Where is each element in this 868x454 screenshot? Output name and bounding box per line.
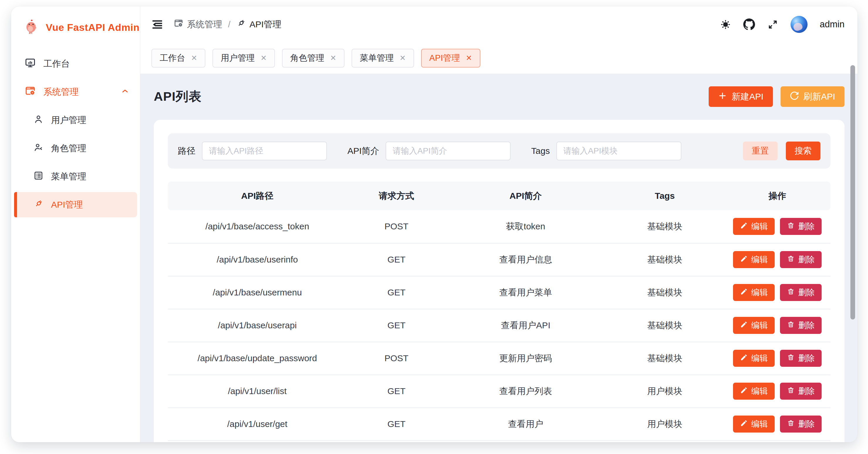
sidebar-item-roles[interactable]: 角色管理: [14, 136, 137, 161]
header-actions: admin: [720, 16, 844, 33]
tab-label: 菜单管理: [360, 52, 394, 64]
breadcrumb-item-system[interactable]: 系统管理: [174, 19, 222, 31]
delete-label: 删除: [798, 353, 815, 364]
delete-button[interactable]: 删除: [780, 350, 822, 367]
trash-icon: [787, 255, 795, 264]
pencil-icon: [740, 321, 748, 330]
delete-label: 删除: [798, 419, 815, 430]
cell-path: /api/v1/base/usermenu: [168, 276, 347, 309]
trash-icon: [787, 222, 795, 231]
api-plug-icon: [236, 19, 246, 30]
delete-button[interactable]: 删除: [780, 416, 822, 432]
breadcrumb-item-api[interactable]: API管理: [236, 19, 281, 31]
page-title-row: API列表 新建API: [154, 86, 844, 107]
delete-button[interactable]: 删除: [780, 251, 822, 268]
username-label[interactable]: admin: [820, 19, 844, 30]
tab-menus[interactable]: 菜单管理 ✕: [351, 49, 414, 67]
cell-summary: 更新用户密码: [446, 342, 605, 375]
tab-roles[interactable]: 角色管理 ✕: [282, 49, 344, 67]
tab-close-icon[interactable]: ✕: [260, 54, 267, 62]
tab-close-icon[interactable]: ✕: [330, 54, 336, 62]
delete-label: 删除: [798, 221, 815, 232]
reset-button[interactable]: 重置: [743, 142, 778, 160]
sidebar-item-label: 工作台: [43, 58, 70, 70]
pencil-icon: [740, 222, 748, 231]
chick-logo-icon: [23, 18, 40, 36]
filter-summary-label: API简介: [347, 145, 379, 157]
edit-label: 编辑: [751, 419, 768, 430]
sidebar-item-system[interactable]: 系统管理: [14, 79, 137, 105]
delete-button[interactable]: 删除: [780, 284, 822, 301]
table-row: /api/v1/base/userinfo GET 查看用户信息 基础模块 编辑…: [168, 243, 831, 276]
theme-sun-icon[interactable]: [720, 19, 731, 30]
refresh-api-button[interactable]: 刷新API: [780, 86, 844, 107]
filter-path-label: 路径: [178, 145, 195, 157]
vertical-scrollbar-thumb[interactable]: [850, 65, 855, 319]
tab-label: 用户管理: [221, 52, 255, 64]
row-actions: 编辑 删除: [724, 416, 831, 432]
cell-method: GET: [347, 309, 446, 342]
edit-button[interactable]: 编辑: [733, 251, 775, 268]
delete-label: 删除: [798, 386, 815, 397]
trash-icon: [787, 353, 795, 363]
pencil-icon: [740, 419, 748, 429]
delete-button[interactable]: 删除: [780, 317, 822, 334]
user-icon: [33, 114, 43, 126]
filter-tags-input[interactable]: [556, 142, 681, 160]
tab-workbench[interactable]: 工作台 ✕: [151, 49, 206, 67]
system-settings-icon: [174, 19, 183, 30]
filter-path-input[interactable]: [202, 142, 327, 160]
cell-method: GET: [347, 243, 446, 276]
row-actions: 编辑 删除: [724, 218, 831, 235]
delete-button[interactable]: 删除: [780, 382, 822, 400]
sidebar-item-workbench[interactable]: 工作台: [14, 51, 137, 76]
edit-button[interactable]: 编辑: [733, 218, 775, 235]
page-title: API列表: [154, 88, 202, 105]
github-icon[interactable]: [743, 19, 755, 30]
edit-button[interactable]: 编辑: [733, 382, 775, 400]
edit-button[interactable]: 编辑: [733, 416, 775, 432]
tab-close-icon[interactable]: ✕: [466, 54, 472, 62]
edit-button[interactable]: 编辑: [733, 350, 775, 367]
sidebar-menu: 工作台 系统管理: [11, 44, 140, 224]
api-table-header: API路径 请求方式 API简介 Tags 操作: [168, 181, 831, 210]
edit-label: 编辑: [751, 254, 768, 265]
row-actions: 编辑 删除: [724, 284, 831, 301]
pencil-icon: [740, 288, 748, 297]
pencil-icon: [740, 387, 748, 396]
cell-path: /api/v1/user/list: [168, 375, 347, 407]
fullscreen-icon[interactable]: [767, 19, 778, 30]
sidebar-submenu-system: 用户管理 角色管理: [14, 108, 137, 217]
row-actions: 编辑 删除: [724, 350, 831, 367]
user-avatar[interactable]: [790, 16, 808, 33]
create-api-button[interactable]: 新建API: [709, 86, 773, 107]
filter-panel: 路径 API简介 Tags 重置 搜索: [168, 133, 831, 169]
filter-summary-input[interactable]: [385, 142, 510, 160]
sidebar-item-menus[interactable]: 菜单管理: [14, 164, 137, 189]
tab-close-icon[interactable]: ✕: [191, 54, 197, 62]
cell-tags: 基础模块: [605, 243, 724, 276]
table-row: /api/v1/base/userapi GET 查看用户API 基础模块 编辑…: [168, 309, 831, 342]
edit-button[interactable]: 编辑: [733, 284, 775, 301]
top-header: 系统管理 / API管理: [140, 6, 858, 42]
menu-fold-icon[interactable]: [151, 19, 163, 30]
sidebar-item-users[interactable]: 用户管理: [14, 108, 137, 133]
tab-users[interactable]: 用户管理 ✕: [213, 49, 275, 67]
tab-api[interactable]: API管理 ✕: [421, 49, 480, 67]
cell-summary: 查看用户API: [446, 309, 605, 342]
menu-list-icon: [33, 171, 43, 183]
edit-label: 编辑: [751, 386, 768, 397]
table-row: /api/v1/base/access_token POST 获取token 基…: [168, 210, 831, 243]
brand-logo[interactable]: Vue FastAPI Admin: [11, 6, 140, 44]
tab-close-icon[interactable]: ✕: [400, 54, 406, 62]
table-row: /api/v1/user/list GET 查看用户列表 用户模块 编辑 删除: [168, 375, 831, 407]
cell-tags: 基础模块: [605, 276, 724, 309]
sidebar-item-api[interactable]: API管理: [14, 192, 137, 217]
role-icon: [33, 142, 43, 154]
delete-button[interactable]: 删除: [780, 218, 822, 235]
table-row: /api/v1/user/get GET 查看用户 用户模块 编辑 删除: [168, 407, 831, 441]
search-button[interactable]: 搜索: [786, 142, 820, 160]
edit-button[interactable]: 编辑: [733, 317, 775, 334]
tab-bar: 工作台 ✕ 用户管理 ✕ 角色管理 ✕ 菜单管理 ✕ API管理 ✕: [140, 42, 858, 74]
page-content: API列表 新建API: [140, 74, 858, 442]
